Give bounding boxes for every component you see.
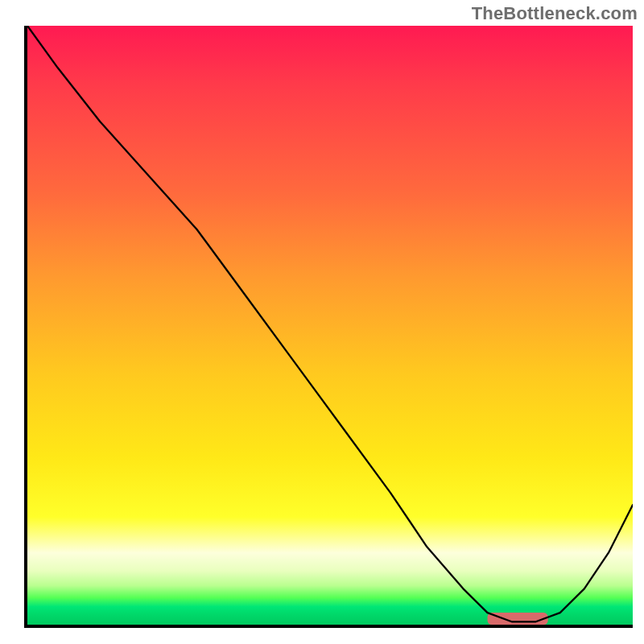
plot-overlay [27,26,633,625]
bottleneck-curve [27,26,633,621]
optimal-range-marker [488,613,548,625]
plot-area [24,26,633,628]
attribution-text: TheBottleneck.com [472,3,638,24]
chart-wrapper: TheBottleneck.com [0,0,644,644]
